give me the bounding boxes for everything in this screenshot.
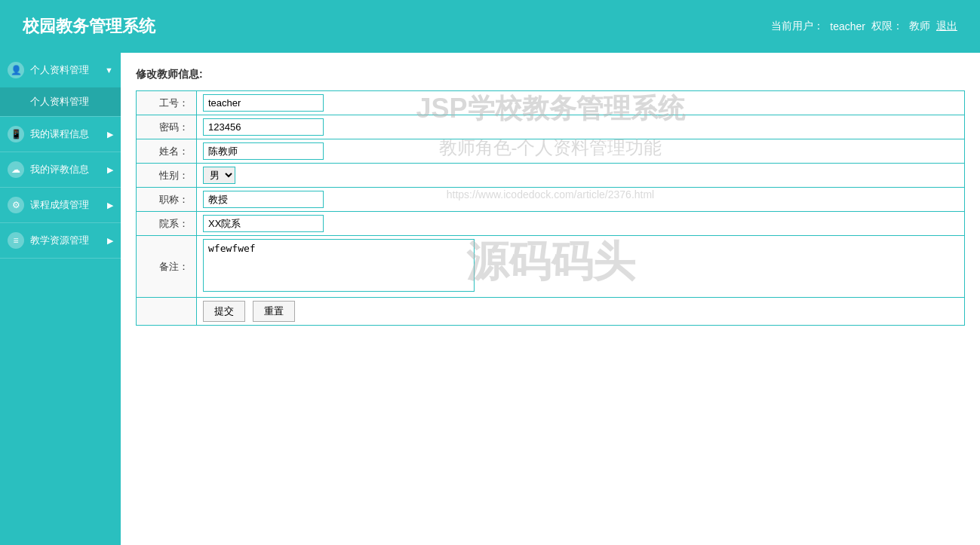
sidebar-personal-label: 个人资料管理 [30,63,89,77]
main-layout: 👤 个人资料管理 ▼ 个人资料管理 📱 我的课程信息 ▶ ☁ 我的评教信息 ▶ [0,53,980,545]
permission-label: 权限： [871,20,903,33]
password-label: 密码： [137,115,197,139]
current-user-label: 当前用户： [771,20,824,33]
table-row: 密码： [137,115,965,139]
employee-id-cell [197,91,965,115]
sidebar-group-courses: 📱 我的课程信息 ▶ [0,117,121,152]
personal-icon: 👤 [8,62,24,78]
current-user-value: teacher [830,20,865,32]
notes-cell: wfewfwef [197,236,965,298]
table-row: 性别： 男 女 [137,164,965,188]
sidebar-group-personal: 👤 个人资料管理 ▼ 个人资料管理 [0,53,121,117]
sidebar-group-evaluations: ☁ 我的评教信息 ▶ [0,152,121,188]
department-cell [197,212,965,236]
sidebar-evaluations-label: 我的评教信息 [30,163,89,176]
name-input[interactable] [203,142,324,160]
notes-label: 备注： [137,236,197,298]
table-row: 姓名： [137,139,965,164]
table-row: 职称： [137,188,965,212]
form-section-title: 修改教师信息: [136,68,965,81]
chevron-right-icon4: ▶ [107,236,113,246]
submit-button[interactable]: 提交 [203,301,245,322]
reset-button[interactable]: 重置 [253,301,295,322]
password-cell [197,115,965,139]
employee-id-label: 工号： [137,91,197,115]
chevron-right-icon3: ▶ [107,201,113,210]
table-row: 工号： [137,91,965,115]
gender-label: 性别： [137,164,197,188]
department-label: 院系： [137,212,197,236]
sidebar-group-grades: ⚙ 课程成绩管理 ▶ [0,188,121,223]
header-right: 当前用户： teacher 权限： 教师 退出 [771,20,957,33]
chevron-right-icon2: ▶ [107,165,113,175]
sidebar-item-grades[interactable]: ⚙ 课程成绩管理 ▶ [0,188,121,222]
sidebar-item-courses[interactable]: 📱 我的课程信息 ▶ [0,117,121,152]
password-input[interactable] [203,118,324,136]
chevron-down-icon: ▼ [105,66,113,75]
list-icon: ≡ [8,232,24,249]
app-title: 校园教务管理系统 [23,15,155,38]
chevron-right-icon: ▶ [107,130,113,139]
name-cell [197,139,965,164]
buttons-label-empty [137,298,197,326]
notes-textarea[interactable]: wfewfwef [203,239,475,292]
header: 校园教务管理系统 当前用户： teacher 权限： 教师 退出 [0,0,980,53]
buttons-cell: 提交 重置 [197,298,965,326]
table-row: 院系： [137,212,965,236]
title-cell [197,188,965,212]
title-label: 职称： [137,188,197,212]
table-row: 备注： wfewfwef [137,236,965,298]
sidebar: 👤 个人资料管理 ▼ 个人资料管理 📱 我的课程信息 ▶ ☁ 我的评教信息 ▶ [0,53,121,545]
logout-button[interactable]: 退出 [936,20,957,33]
title-input[interactable] [203,191,324,208]
gender-cell: 男 女 [197,164,965,188]
gear-icon: ⚙ [8,197,24,213]
sidebar-courses-label: 我的课程信息 [30,127,89,141]
sidebar-resources-label: 教学资源管理 [30,234,89,247]
sidebar-item-personal-info[interactable]: 个人资料管理 [0,87,121,116]
main-content: 修改教师信息: 工号： 密码： 姓名： [121,53,980,545]
cloud-icon: ☁ [8,161,24,178]
sidebar-item-personal[interactable]: 👤 个人资料管理 ▼ [0,53,121,87]
content-area: 修改教师信息: 工号： 密码： 姓名： [136,68,965,326]
sidebar-item-evaluations[interactable]: ☁ 我的评教信息 ▶ [0,152,121,187]
name-label: 姓名： [137,139,197,164]
sidebar-group-resources: ≡ 教学资源管理 ▶ [0,223,121,259]
sidebar-item-resources[interactable]: ≡ 教学资源管理 ▶ [0,223,121,258]
sidebar-grades-label: 课程成绩管理 [30,198,89,212]
form-table: 工号： 密码： 姓名： [136,90,965,326]
table-row: 提交 重置 [137,298,965,326]
app-icon: 📱 [8,126,24,142]
department-input[interactable] [203,215,324,232]
employee-id-input[interactable] [203,94,324,112]
permission-value: 教师 [909,20,930,33]
gender-select[interactable]: 男 女 [203,167,235,184]
